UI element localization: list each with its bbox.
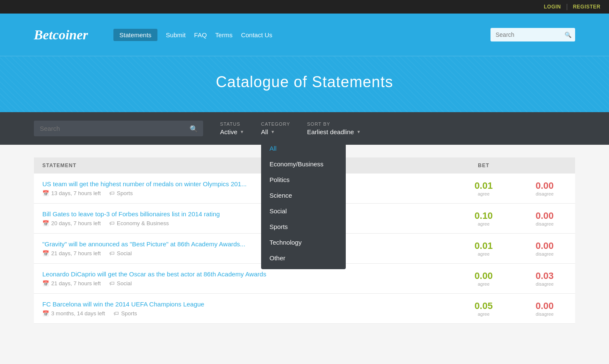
filter-search-input[interactable] <box>34 121 203 136</box>
calendar-icon: 📅 <box>42 190 49 196</box>
header: Betcoiner Statements Submit FAQ Terms Co… <box>0 14 609 56</box>
statement-link[interactable]: "Gravity" will be announced as "Best Pic… <box>42 240 445 248</box>
filter-search-icon: 🔍 <box>190 124 198 132</box>
disagree-value: 0.00 <box>523 180 567 191</box>
main-nav: Statements Submit FAQ Terms Contact Us <box>113 29 474 41</box>
calendar-icon: 📅 <box>42 280 49 287</box>
disagree-label: disagree <box>523 221 567 226</box>
nav-faq[interactable]: FAQ <box>194 31 207 39</box>
status-chevron-icon: ▼ <box>240 130 244 134</box>
disagree-value: 0.00 <box>523 210 567 221</box>
agree-value: 0.01 <box>462 180 506 191</box>
agree-label: agree <box>462 191 506 196</box>
agree-value: 0.05 <box>462 301 506 312</box>
category-chevron-icon: ▼ <box>270 130 275 134</box>
disagree-label: disagree <box>523 191 567 196</box>
status-value: Active <box>220 128 237 135</box>
filter-bar: 🔍 STATUS Active ▼ CATEGORY All ▼ AllEcon… <box>0 112 609 145</box>
col-bet2 <box>514 157 575 174</box>
disagree-cell: 0.00 disagree <box>514 204 575 234</box>
deadline-meta: 📅 21 days, 7 hours left <box>42 250 101 256</box>
tag-icon: 🏷 <box>109 190 115 196</box>
disagree-cell: 0.00 disagree <box>514 174 575 204</box>
disagree-cell: 0.00 disagree <box>514 294 575 324</box>
col-statement: STATEMENT <box>34 157 453 174</box>
sortby-label: SORT BY <box>307 121 361 127</box>
sortby-filter: SORT BY Earliest deadline ▼ <box>307 121 361 135</box>
agree-label: agree <box>462 281 506 287</box>
disagree-label: disagree <box>523 312 567 317</box>
category-label: CATEGORY <box>261 121 290 127</box>
deadline-meta: 📅 13 days, 7 hours left <box>42 190 101 196</box>
table-row: FC Barcelona will win the 2014 UEFA Cham… <box>34 294 575 324</box>
statement-link[interactable]: Bill Gates to leave top-3 of Forbes bill… <box>42 210 445 218</box>
category-option-technology[interactable]: Technology <box>261 234 346 250</box>
deadline-meta: 📅 21 days, 7 hours left <box>42 280 101 287</box>
deadline-meta: 📅 20 days, 7 hours left <box>42 220 101 226</box>
statement-link[interactable]: US team will get the highest number of m… <box>42 180 445 188</box>
category-option-all[interactable]: All <box>261 141 346 156</box>
header-search-input[interactable] <box>491 28 575 41</box>
statement-cell: Leonardo DiCaprio will get the Oscar as … <box>34 264 453 294</box>
category-meta: 🏷 Social <box>109 280 132 287</box>
search-icon: 🔍 <box>565 32 572 38</box>
category-select[interactable]: All ▼ <box>261 128 290 135</box>
tag-icon: 🏷 <box>113 310 119 317</box>
category-meta: 🏷 Sports <box>113 310 137 317</box>
agree-label: agree <box>462 312 506 317</box>
agree-label: agree <box>462 221 506 226</box>
category-option-politics[interactable]: Politics <box>261 172 346 188</box>
category-option-science[interactable]: Science <box>261 188 346 203</box>
category-option-other[interactable]: Other <box>261 250 346 266</box>
calendar-icon: 📅 <box>42 220 49 226</box>
nav-terms[interactable]: Terms <box>215 31 233 39</box>
statement-cell: "Gravity" will be announced as "Best Pic… <box>34 234 453 264</box>
category-option-sports[interactable]: Sports <box>261 219 346 234</box>
category-filter: CATEGORY All ▼ AllEconomy/BusinessPoliti… <box>261 121 290 135</box>
status-label: STATUS <box>220 121 244 127</box>
category-dropdown: AllEconomy/BusinessPoliticsScienceSocial… <box>261 137 346 269</box>
filter-search-container: 🔍 <box>34 121 203 136</box>
status-filter: STATUS Active ▼ <box>220 121 244 135</box>
col-bet: BET <box>453 157 514 174</box>
nav-contact[interactable]: Contact Us <box>241 31 272 39</box>
disagree-cell: 0.00 disagree <box>514 234 575 264</box>
page-title: Catalogue of Statements <box>8 73 601 91</box>
calendar-icon: 📅 <box>42 250 49 256</box>
disagree-label: disagree <box>523 281 567 287</box>
nav-submit[interactable]: Submit <box>166 31 186 39</box>
agree-cell: 0.05 agree <box>453 294 514 324</box>
login-link[interactable]: LOGIN <box>544 4 561 10</box>
disagree-value: 0.00 <box>523 240 567 251</box>
statement-cell: FC Barcelona will win the 2014 UEFA Cham… <box>34 294 453 324</box>
statement-cell: Bill Gates to leave top-3 of Forbes bill… <box>34 204 453 234</box>
register-link[interactable]: REGISTER <box>573 4 601 10</box>
category-value: All <box>261 128 268 135</box>
deadline-meta: 📅 3 months, 14 days left <box>42 310 105 317</box>
disagree-value: 0.00 <box>523 301 567 312</box>
agree-value: 0.10 <box>462 210 506 221</box>
logo[interactable]: Betcoiner <box>34 27 88 43</box>
hero-section: Catalogue of Statements <box>0 56 609 112</box>
top-bar: LOGIN | REGISTER <box>0 0 609 14</box>
tag-icon: 🏷 <box>109 220 115 226</box>
agree-cell: 0.01 agree <box>453 174 514 204</box>
sortby-select[interactable]: Earliest deadline ▼ <box>307 128 361 135</box>
status-select[interactable]: Active ▼ <box>220 128 244 135</box>
statement-link[interactable]: FC Barcelona will win the 2014 UEFA Cham… <box>42 301 445 308</box>
header-search-button[interactable]: 🔍 <box>565 32 572 38</box>
agree-cell: 0.10 agree <box>453 204 514 234</box>
category-meta: 🏷 Economy & Business <box>109 220 169 226</box>
calendar-icon: 📅 <box>42 310 49 317</box>
category-option-social[interactable]: Social <box>261 203 346 219</box>
tag-icon: 🏷 <box>109 280 115 287</box>
sortby-chevron-icon: ▼ <box>356 130 361 134</box>
statement-link[interactable]: Leonardo DiCaprio will get the Oscar as … <box>42 270 445 278</box>
nav-statements[interactable]: Statements <box>113 29 157 41</box>
agree-label: agree <box>462 251 506 256</box>
header-search-container: 🔍 <box>491 28 575 41</box>
tag-icon: 🏷 <box>109 250 115 256</box>
category-option-economy[interactable]: Economy/Business <box>261 156 346 172</box>
sortby-value: Earliest deadline <box>307 128 354 135</box>
category-meta: 🏷 Social <box>109 250 132 256</box>
